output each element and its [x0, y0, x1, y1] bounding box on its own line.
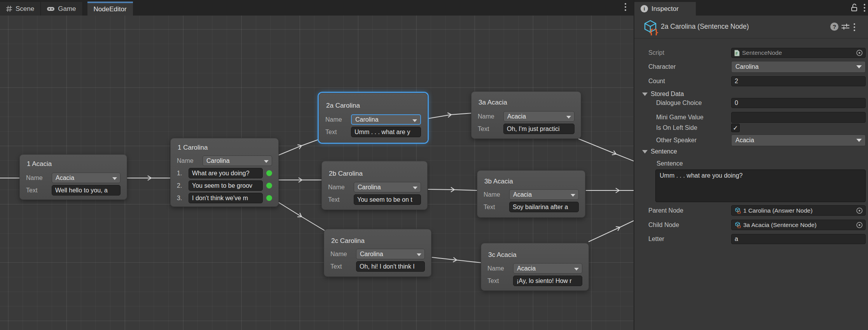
tab-scene[interactable]: Scene [0, 2, 41, 16]
answer-field[interactable]: I don't think we've m [189, 193, 263, 203]
name-dropdown[interactable]: Carolina [351, 114, 421, 125]
presets-icon[interactable] [842, 23, 849, 30]
chevron-down-icon [413, 187, 417, 189]
name-dropdown-value: Acacia [56, 175, 74, 182]
svg-text:#: # [735, 51, 738, 56]
text-field[interactable]: Umm . . . what are y [351, 127, 421, 137]
character-dropdown[interactable]: Carolina [731, 61, 866, 73]
name-dropdown[interactable]: Carolina [354, 182, 421, 192]
stored-data-foldout[interactable]: Stored Data [642, 90, 684, 98]
node-2a-carolina[interactable]: 2a Carolina Name Carolina Text Umm . . .… [319, 93, 428, 143]
node-2c-carolina[interactable]: 2c Carolina Name Carolina Text Oh, hi! I… [324, 229, 431, 277]
parent-node-object-field[interactable]: {} 1 Carolina (Answer Node) [731, 205, 866, 216]
child-node-object-field[interactable]: {} 3a Acacia (Sentence Node) [731, 220, 866, 230]
connection-port[interactable] [266, 183, 272, 189]
name-dropdown-value: Carolina [358, 184, 381, 191]
object-picker-icon[interactable] [856, 222, 863, 229]
tab-inspector[interactable]: i Inspector [634, 2, 696, 16]
text-field[interactable]: Soy bailarina after a [509, 202, 579, 212]
name-label: Name [177, 157, 203, 164]
node-3a-acacia[interactable]: 3a Acacia Name Acacia Text Oh, I'm just … [471, 91, 581, 139]
name-dropdown[interactable]: Acacia [52, 173, 121, 183]
node-1-acacia[interactable]: 1 Acacia Name Acacia Text Well hello to … [19, 154, 127, 200]
node-title: 3c Acacia [488, 251, 517, 259]
name-dropdown[interactable]: Acacia [509, 189, 579, 200]
foldout-triangle-icon [642, 150, 648, 154]
node-3b-acacia[interactable]: 3b Acacia Name Acacia Text Soy bailarina… [477, 170, 585, 218]
inspector-panel: i Inspector {} 2a Carolina (Sentence Nod… [634, 0, 868, 330]
parent-node-value: 1 Carolina (Answer Node) [743, 207, 812, 214]
name-dropdown-value: Carolina [206, 157, 230, 164]
text-field[interactable]: Oh, I'm just practici [503, 124, 575, 134]
text-field[interactable]: You seem to be on t [354, 194, 421, 205]
text-label: Text [487, 278, 513, 285]
scene-grid-icon [6, 6, 12, 12]
node-title: 2c Carolina [331, 237, 365, 245]
tab-game[interactable]: Game [41, 2, 82, 16]
game-gamepad-icon [47, 7, 54, 11]
svg-text:{}: {} [737, 210, 741, 214]
dialogue-choice-field[interactable]: 0 [731, 98, 866, 108]
text-field[interactable]: Well hello to you, a [52, 185, 121, 196]
connection-port[interactable] [266, 170, 272, 176]
svg-text:{}: {} [649, 28, 658, 35]
name-dropdown-value: Carolina [355, 116, 379, 123]
node-3c-acacia[interactable]: 3c Acacia Name Acacia Text ¡Ay, lo sient… [481, 243, 589, 291]
inspector-title: 2a Carolina (Sentence Node) [661, 23, 749, 31]
other-speaker-dropdown[interactable]: Acacia [731, 134, 866, 146]
tab-gap [83, 0, 87, 16]
name-label: Name [325, 116, 351, 123]
sentence-textarea[interactable]: Umm . . . what are you doing? [655, 169, 866, 202]
script-object-field[interactable]: # SentenceNode [731, 48, 866, 58]
help-icon[interactable]: ? [830, 23, 838, 31]
parent-node-label: Parent Node [648, 207, 683, 214]
text-field[interactable]: ¡Ay, lo siento! How r [513, 276, 582, 286]
inspector-kebab-menu-icon[interactable] [864, 4, 865, 12]
sentence-foldout[interactable]: Sentence [642, 148, 677, 155]
tab-inspector-label: Inspector [651, 5, 679, 13]
inspector-header: {} 2a Carolina (Sentence Node) ? [634, 16, 868, 38]
text-field[interactable]: Oh, hi! I don't think I [356, 261, 425, 272]
name-dropdown-value: Acacia [517, 265, 536, 272]
object-picker-icon[interactable] [856, 49, 863, 56]
name-dropdown[interactable]: Carolina [203, 155, 272, 166]
tab-nodeeditor[interactable]: NodeEditor [87, 2, 133, 16]
scriptable-object-icon: {} [734, 207, 741, 214]
other-speaker-value: Acacia [735, 137, 754, 144]
other-speaker-label: Other Speaker [656, 137, 697, 144]
text-label: Text [330, 263, 356, 270]
name-dropdown[interactable]: Acacia [513, 263, 582, 274]
connection-port[interactable] [266, 195, 272, 201]
answer-field[interactable]: What are you doing? [189, 168, 263, 178]
node-1-carolina[interactable]: 1 Carolina Name Carolina 1. What are you… [170, 138, 279, 207]
count-field[interactable]: 2 [731, 76, 866, 86]
node-editor-canvas[interactable]: 1 Acacia Name Acacia Text Well hello to … [0, 16, 634, 330]
name-dropdown[interactable]: Carolina [356, 249, 425, 259]
editor-kebab-menu-icon[interactable] [625, 3, 626, 11]
tab-nodeeditor-label: NodeEditor [94, 5, 127, 13]
name-dropdown-value: Acacia [507, 113, 526, 120]
node-title: 3a Acacia [479, 99, 507, 107]
node-2b-carolina[interactable]: 2b Carolina Name Carolina Text You seem … [321, 161, 428, 210]
tab-scene-label: Scene [16, 5, 34, 13]
is-on-left-side-checkbox[interactable]: ✓ [731, 124, 740, 132]
name-label: Name [328, 184, 354, 191]
mini-game-value-field[interactable] [731, 112, 866, 123]
name-dropdown-value: Acacia [513, 191, 532, 198]
name-label: Name [484, 191, 509, 198]
chevron-down-icon [571, 194, 575, 197]
chevron-down-icon [856, 65, 862, 68]
letter-field[interactable]: a [731, 234, 866, 244]
info-icon: i [641, 5, 648, 12]
script-value: SentenceNode [742, 49, 782, 56]
scriptable-object-icon: {} [642, 19, 658, 35]
dialogue-choice-label: Dialogue Choice [656, 100, 702, 107]
object-picker-icon[interactable] [856, 207, 863, 214]
character-label: Character [648, 63, 676, 70]
name-label: Name [478, 113, 503, 120]
name-dropdown[interactable]: Acacia [503, 111, 575, 122]
answer-number: 1. [177, 170, 189, 177]
unlock-icon[interactable] [851, 3, 858, 12]
answer-field[interactable]: You seem to be groov [189, 180, 263, 191]
header-kebab-menu-icon[interactable] [854, 23, 855, 31]
